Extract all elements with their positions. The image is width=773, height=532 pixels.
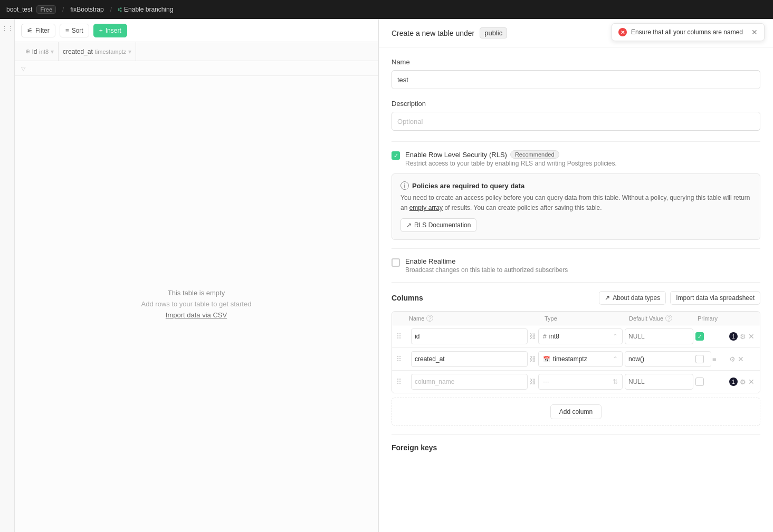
col3-settings-icon[interactable]: ⚙	[740, 378, 746, 386]
col-header-default: Default Value ?	[629, 315, 698, 322]
realtime-checkbox[interactable]	[392, 258, 400, 267]
branch-icon: ⑆	[118, 6, 122, 13]
columns-section: Columns ↗ About data types Import data v…	[392, 291, 760, 426]
col1-type-label: int8	[549, 333, 559, 340]
topbar: boot_test Free / fixBootstrap / ⑆ Enable…	[0, 0, 773, 19]
columns-section-header: Columns ↗ About data types Import data v…	[392, 291, 760, 305]
rls-checkbox[interactable]: ✓	[392, 151, 400, 160]
col-header-created-at: created_at timestamptz ▾	[59, 42, 136, 61]
sort-button[interactable]: ≡ Sort	[60, 24, 89, 37]
realtime-label: Enable Realtime	[405, 257, 568, 265]
col3-badge: 1	[729, 378, 738, 386]
plan-badge: Free	[36, 5, 56, 14]
table-row: ⠿ ⛓ --- ⇅	[392, 371, 760, 393]
col2-default-wrapper: ≡	[625, 351, 693, 367]
col-id-chevron[interactable]: ▾	[51, 48, 54, 55]
divider-1	[392, 141, 760, 142]
col1-badge: 1	[729, 332, 738, 341]
about-data-types-button[interactable]: ↗ About data types	[599, 291, 666, 305]
branch-action[interactable]: ⑆ Enable branching	[118, 6, 173, 13]
external-link-icon: ↗	[406, 221, 412, 229]
name-input[interactable]	[392, 70, 760, 89]
empty-array-link[interactable]: empty array	[409, 204, 443, 211]
col1-delete-icon[interactable]: ✕	[748, 332, 755, 341]
rls-checkbox-row: ✓ Enable Row Level Security (RLS) Recomm…	[392, 150, 760, 167]
sort-icon: ≡	[65, 27, 69, 34]
col2-primary-cell	[695, 355, 727, 363]
col-createdat-type: timestamptz	[95, 49, 126, 55]
col3-name-wrapper: ⛓	[411, 374, 536, 390]
col2-type-wrapper: 📅 timestamptz ⌃	[538, 351, 623, 367]
col1-default-input[interactable]	[625, 328, 693, 344]
import-csv-link[interactable]: Import data via CSV	[166, 311, 227, 319]
col2-link-icon[interactable]: ⛓	[530, 355, 536, 363]
col-id-type: int8	[39, 49, 49, 55]
col2-type-button[interactable]: 📅 timestamptz ⌃	[538, 351, 623, 367]
default-help-icon: ?	[665, 315, 672, 322]
divider-2	[392, 248, 760, 249]
columns-table: Name ? Type Default Value ? Primary	[392, 311, 760, 393]
col3-primary-checkbox[interactable]	[695, 378, 704, 386]
realtime-checkbox-row: Enable Realtime Broadcast changes on thi…	[392, 257, 760, 274]
col-header-name: Name ?	[409, 315, 545, 322]
col3-type-label: ---	[543, 378, 549, 385]
drawer-header: Create a new table under public ✕ Ensure…	[379, 19, 773, 47]
col-id-name: id	[32, 48, 37, 55]
error-icon: ✕	[618, 28, 627, 36]
col3-default-input[interactable]	[625, 374, 693, 390]
pk-icon: ⊕	[25, 48, 30, 55]
rls-doc-button[interactable]: ↗ RLS Documentation	[400, 218, 476, 232]
col1-actions: 1 ⚙ ✕	[729, 332, 756, 341]
drag-handle-3[interactable]: ⠿	[396, 378, 409, 386]
description-input[interactable]	[392, 112, 760, 131]
import-spreadsheet-button[interactable]: Import data via spreadsheet	[670, 291, 760, 305]
col3-link-icon[interactable]: ⛓	[530, 378, 536, 385]
col3-type-arrows: ⇅	[613, 378, 618, 385]
info-icon: i	[400, 181, 409, 190]
rls-recommended-badge: Recommended	[510, 150, 559, 159]
left-panel: ⚟ Filter ≡ Sort + Insert ⊕ id int8 ▾ cre…	[15, 19, 378, 532]
col2-actions: ⚙ ✕	[729, 355, 756, 363]
col2-primary-checkbox[interactable]	[695, 355, 704, 363]
drag-handle-2[interactable]: ⠿	[396, 355, 409, 363]
filter-row: ▽	[15, 61, 378, 76]
repo-name[interactable]: fixBootstrap	[70, 6, 103, 13]
realtime-desc: Broadcast changes on this table to autho…	[405, 266, 568, 274]
columns-actions: ↗ About data types Import data via sprea…	[599, 291, 760, 305]
policies-text: You need to create an access policy befo…	[400, 193, 751, 213]
col1-type-chevron: ⌃	[613, 333, 618, 340]
col3-delete-icon[interactable]: ✕	[748, 378, 755, 386]
description-field-group: Description	[392, 100, 760, 131]
empty-state-line1: This table is empty	[168, 289, 225, 297]
col1-name-wrapper: ⛓	[411, 328, 536, 344]
name-help-icon: ?	[426, 315, 433, 322]
col3-name-input[interactable]	[411, 374, 528, 390]
rls-desc: Restrict access to your table by enablin…	[405, 160, 617, 167]
col1-type-button[interactable]: # int8 ⌃	[538, 328, 623, 344]
name-field-group: Name	[392, 58, 760, 89]
col2-delete-icon[interactable]: ✕	[738, 355, 744, 363]
project-name[interactable]: boot_test	[6, 6, 32, 13]
col3-type-button[interactable]: --- ⇅	[538, 374, 623, 390]
rls-label-group: Enable Row Level Security (RLS) Recommen…	[405, 150, 617, 167]
error-close-button[interactable]: ✕	[751, 28, 758, 36]
add-column-button[interactable]: Add column	[550, 404, 602, 419]
col1-primary-checkbox[interactable]: ✓	[695, 332, 704, 341]
filter-button[interactable]: ⚟ Filter	[21, 24, 55, 37]
col1-settings-icon[interactable]: ⚙	[740, 333, 746, 341]
col3-type-wrapper: --- ⇅	[538, 374, 623, 390]
col1-name-input[interactable]	[411, 328, 528, 344]
col2-settings-icon[interactable]: ⚙	[729, 355, 736, 363]
empty-state: This table is empty Add rows to your tab…	[15, 76, 378, 532]
col-createdat-chevron[interactable]: ▾	[128, 48, 131, 55]
error-toast: ✕ Ensure that all your columns are named…	[612, 23, 765, 41]
col-header-id: ⊕ id int8 ▾	[21, 42, 59, 61]
col2-name-input[interactable]	[411, 351, 528, 367]
fk-title: Foreign keys	[392, 443, 437, 452]
drag-handle-1[interactable]: ⠿	[396, 332, 409, 341]
policies-title: i Policies are required to query data	[400, 181, 751, 190]
column-headers: ⊕ id int8 ▾ created_at timestamptz ▾	[15, 42, 378, 61]
insert-icon: +	[99, 27, 103, 34]
col1-link-icon[interactable]: ⛓	[530, 333, 536, 340]
insert-button[interactable]: + Insert	[93, 24, 127, 37]
